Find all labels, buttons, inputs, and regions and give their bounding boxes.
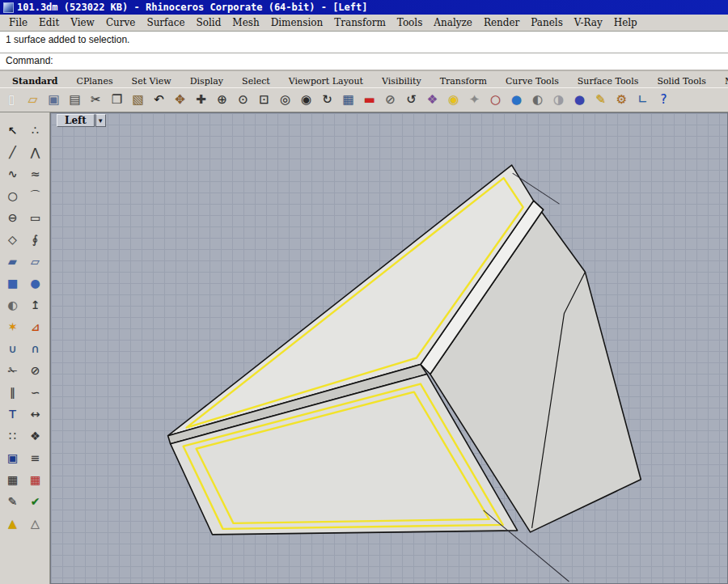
menu-surface[interactable]: Surface bbox=[141, 15, 190, 30]
tab-mesh-tools[interactable]: Mesh Tools bbox=[716, 74, 728, 87]
tab-curve-tools[interactable]: Curve Tools bbox=[497, 74, 568, 87]
pencil-icon[interactable]: ✎ bbox=[590, 90, 611, 110]
lock-icon[interactable]: ✦ bbox=[464, 90, 485, 110]
tab-standard[interactable]: Standard bbox=[3, 74, 66, 87]
xray-mode-icon[interactable]: ● bbox=[569, 90, 590, 110]
new-file-icon[interactable]: ▯ bbox=[2, 90, 22, 110]
corner-align-icon[interactable]: ∟ bbox=[633, 90, 653, 110]
menu-transform[interactable]: Transform bbox=[328, 15, 392, 30]
select-arrow-icon[interactable]: ↖ bbox=[2, 120, 23, 140]
red-grid-icon[interactable]: ▦ bbox=[25, 469, 46, 489]
copy-icon[interactable]: ❐ bbox=[107, 90, 127, 110]
circle-icon[interactable]: ○ bbox=[2, 185, 23, 205]
array-icon[interactable]: ∷ bbox=[2, 425, 23, 446]
move-view-icon[interactable]: ✚ bbox=[191, 90, 211, 110]
dimension-icon[interactable]: ↔ bbox=[25, 404, 46, 424]
sphere-icon[interactable]: ◐ bbox=[2, 294, 23, 315]
lamp-icon[interactable]: ◉ bbox=[443, 90, 463, 110]
viewport-title-label[interactable]: Left bbox=[57, 114, 95, 127]
undo-icon[interactable]: ↶ bbox=[149, 90, 169, 110]
viewport-dropdown-icon[interactable]: ▼ bbox=[95, 114, 106, 127]
menu-curve[interactable]: Curve bbox=[100, 15, 142, 30]
text-icon[interactable]: T bbox=[2, 404, 23, 424]
help-icon[interactable]: ? bbox=[654, 90, 674, 110]
ungroup-icon[interactable]: ≡ bbox=[25, 447, 46, 468]
polyline-icon[interactable]: ⋀ bbox=[25, 142, 46, 162]
line-icon[interactable]: ╱ bbox=[2, 142, 23, 162]
shaded-mode-icon[interactable]: ● bbox=[506, 90, 527, 110]
paste-icon[interactable]: ▧ bbox=[128, 90, 148, 110]
menu-vray[interactable]: V-Ray bbox=[569, 15, 608, 30]
viewport-left[interactable]: Left ▼ bbox=[50, 112, 728, 584]
check-icon[interactable]: ✔ bbox=[25, 491, 46, 511]
menu-file[interactable]: File bbox=[3, 15, 33, 30]
curve-icon[interactable]: ∿ bbox=[2, 163, 23, 184]
tab-cplanes[interactable]: CPlanes bbox=[67, 74, 121, 87]
box-icon[interactable]: ■ bbox=[2, 273, 23, 293]
snapshot-icon[interactable]: ❖ bbox=[422, 90, 442, 110]
fillet-icon[interactable]: ⊿ bbox=[25, 316, 46, 336]
rotate-view-icon[interactable]: ↻ bbox=[317, 90, 337, 110]
grid-icon[interactable]: ▦ bbox=[2, 469, 23, 489]
shade-object-icon[interactable]: △ bbox=[25, 513, 46, 533]
zoom-selected-icon[interactable]: ◉ bbox=[296, 90, 316, 110]
tab-solid-tools[interactable]: Solid Tools bbox=[648, 74, 715, 87]
tab-surface-tools[interactable]: Surface Tools bbox=[569, 74, 648, 87]
loft-icon[interactable]: ▱ bbox=[25, 251, 46, 271]
tab-viewport-layout[interactable]: Viewport Layout bbox=[280, 74, 372, 87]
tab-transform[interactable]: Transform bbox=[431, 74, 496, 87]
menu-tools[interactable]: Tools bbox=[392, 15, 429, 30]
rectangle-icon[interactable]: ▭ bbox=[25, 207, 46, 227]
polygon-icon[interactable]: ◇ bbox=[2, 229, 23, 249]
menu-solid[interactable]: Solid bbox=[191, 15, 227, 30]
polar-array-icon[interactable]: ❖ bbox=[25, 425, 46, 446]
wireframe-mode-icon[interactable]: ○ bbox=[485, 90, 506, 110]
red-car-icon[interactable]: ▬ bbox=[359, 90, 379, 110]
hide-object-icon[interactable]: ⊘ bbox=[380, 90, 400, 110]
group-icon[interactable]: ▣ bbox=[2, 447, 23, 468]
explode-icon[interactable]: ✶ bbox=[2, 316, 23, 336]
helix-icon[interactable]: ∮ bbox=[25, 229, 46, 249]
ellipse-icon[interactable]: ⊖ bbox=[2, 207, 23, 227]
cylinder-icon[interactable]: ● bbox=[25, 273, 46, 293]
boolean-union-icon[interactable]: ∪ bbox=[2, 338, 23, 358]
zoom-extents-icon[interactable]: ◎ bbox=[275, 90, 295, 110]
menu-panels[interactable]: Panels bbox=[525, 15, 569, 30]
menu-render[interactable]: Render bbox=[478, 15, 525, 30]
undo-view-icon[interactable]: ↺ bbox=[401, 90, 421, 110]
rendered-mode-icon[interactable]: ◐ bbox=[527, 90, 548, 110]
viewport-layout-icon[interactable]: ▦ bbox=[338, 90, 358, 110]
cut-icon[interactable]: ✂ bbox=[86, 90, 106, 110]
menu-edit[interactable]: Edit bbox=[33, 15, 65, 30]
point-icon[interactable]: ∴ bbox=[25, 120, 46, 140]
extrude-icon[interactable]: ↥ bbox=[25, 294, 46, 315]
cone-icon[interactable]: ▲ bbox=[2, 513, 23, 533]
freeform-curve-icon[interactable]: ≈ bbox=[25, 163, 46, 184]
menu-dimension[interactable]: Dimension bbox=[265, 15, 329, 30]
gear-icon[interactable]: ⚙ bbox=[612, 90, 632, 110]
edit-points-icon[interactable]: ✎ bbox=[2, 491, 23, 511]
menu-analyze[interactable]: Analyze bbox=[428, 15, 478, 30]
tab-display[interactable]: Display bbox=[181, 74, 232, 87]
tab-select[interactable]: Select bbox=[233, 74, 279, 87]
pan-icon[interactable]: ✥ bbox=[170, 90, 190, 110]
tab-visibility[interactable]: Visibility bbox=[373, 74, 430, 87]
surface-icon[interactable]: ▰ bbox=[2, 251, 23, 271]
zoom-window-icon[interactable]: ⊡ bbox=[254, 90, 274, 110]
menu-help[interactable]: Help bbox=[608, 15, 643, 30]
zoom-in-icon[interactable]: ⊕ bbox=[212, 90, 232, 110]
boolean-difference-icon[interactable]: ∩ bbox=[25, 338, 46, 358]
menu-view[interactable]: View bbox=[65, 15, 100, 30]
save-icon[interactable]: ▣ bbox=[44, 90, 64, 110]
tab-set-view[interactable]: Set View bbox=[123, 74, 180, 87]
trim-icon[interactable]: ✁ bbox=[2, 360, 23, 380]
print-icon[interactable]: ▤ bbox=[65, 90, 85, 110]
open-folder-icon[interactable]: ▱ bbox=[23, 90, 43, 110]
arc-icon[interactable]: ⌒ bbox=[25, 185, 46, 205]
offset-icon[interactable]: ∥ bbox=[2, 382, 23, 402]
command-input[interactable]: Command: bbox=[0, 53, 728, 70]
split-icon[interactable]: ⊘ bbox=[25, 360, 46, 380]
blend-icon[interactable]: ∽ bbox=[25, 382, 46, 402]
zoom-dynamic-icon[interactable]: ⊙ bbox=[233, 90, 253, 110]
menu-mesh[interactable]: Mesh bbox=[226, 15, 265, 30]
